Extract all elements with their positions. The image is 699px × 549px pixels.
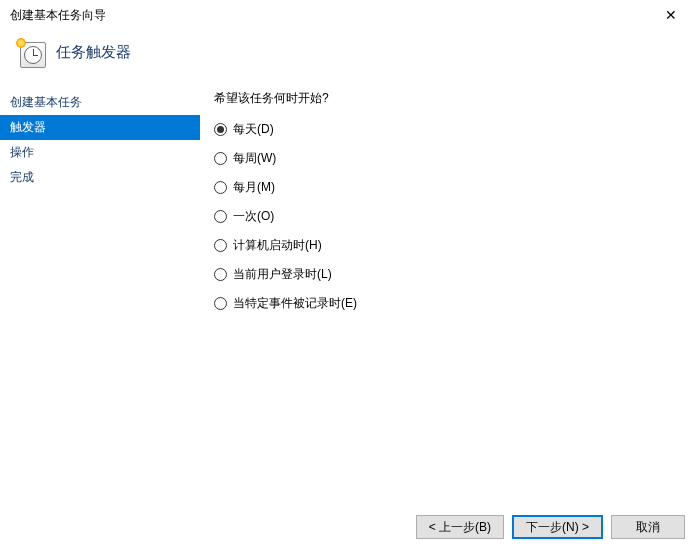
- trigger-option[interactable]: 计算机启动时(H): [214, 237, 689, 254]
- next-button[interactable]: 下一步(N) >: [512, 515, 603, 539]
- close-button[interactable]: ✕: [651, 1, 691, 29]
- wizard-steps-sidebar: 创建基本任务触发器操作完成: [0, 84, 200, 504]
- trigger-option[interactable]: 一次(O): [214, 208, 689, 225]
- trigger-options-group: 每天(D)每周(W)每月(M)一次(O)计算机启动时(H)当前用户登录时(L)当…: [214, 121, 689, 312]
- radio-icon: [214, 210, 227, 223]
- page-title: 任务触发器: [56, 43, 131, 62]
- radio-label: 当特定事件被记录时(E): [233, 295, 357, 312]
- sidebar-item-step[interactable]: 创建基本任务: [0, 90, 200, 115]
- trigger-option[interactable]: 当前用户登录时(L): [214, 266, 689, 283]
- sidebar-item-step[interactable]: 触发器: [0, 115, 200, 140]
- clock-new-icon: [14, 36, 46, 68]
- radio-label: 计算机启动时(H): [233, 237, 322, 254]
- cancel-button[interactable]: 取消: [611, 515, 685, 539]
- radio-label: 每月(M): [233, 179, 275, 196]
- titlebar: 创建基本任务向导 ✕: [0, 0, 699, 30]
- radio-icon: [214, 152, 227, 165]
- wizard-footer: < 上一步(B) 下一步(N) > 取消: [416, 515, 685, 539]
- radio-icon: [214, 268, 227, 281]
- radio-icon: [214, 297, 227, 310]
- radio-label: 一次(O): [233, 208, 274, 225]
- trigger-option[interactable]: 每月(M): [214, 179, 689, 196]
- close-icon: ✕: [665, 7, 677, 23]
- trigger-prompt: 希望该任务何时开始?: [214, 90, 689, 107]
- sidebar-item-step[interactable]: 完成: [0, 165, 200, 190]
- radio-icon: [214, 181, 227, 194]
- wizard-body: 创建基本任务触发器操作完成 希望该任务何时开始? 每天(D)每周(W)每月(M)…: [0, 84, 699, 504]
- sidebar-item-step[interactable]: 操作: [0, 140, 200, 165]
- radio-label: 每天(D): [233, 121, 274, 138]
- radio-icon: [214, 239, 227, 252]
- window-title: 创建基本任务向导: [10, 7, 106, 24]
- trigger-option[interactable]: 每天(D): [214, 121, 689, 138]
- trigger-option[interactable]: 当特定事件被记录时(E): [214, 295, 689, 312]
- radio-label: 每周(W): [233, 150, 276, 167]
- trigger-option[interactable]: 每周(W): [214, 150, 689, 167]
- wizard-header: 任务触发器: [0, 30, 699, 84]
- radio-label: 当前用户登录时(L): [233, 266, 332, 283]
- radio-icon: [214, 123, 227, 136]
- wizard-content: 希望该任务何时开始? 每天(D)每周(W)每月(M)一次(O)计算机启动时(H)…: [200, 84, 699, 504]
- back-button[interactable]: < 上一步(B): [416, 515, 504, 539]
